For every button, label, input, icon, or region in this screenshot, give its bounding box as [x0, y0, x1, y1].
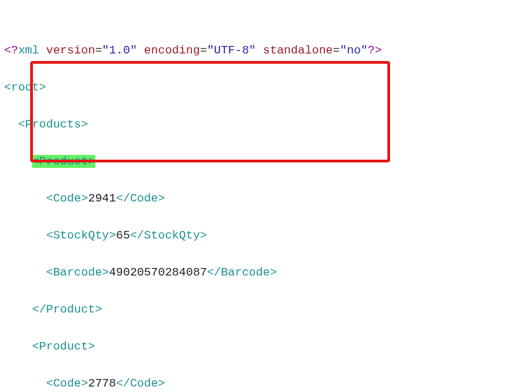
attr-value: "UTF-8"	[207, 44, 256, 57]
stockqty-line: <StockQty>65</StockQty>	[4, 226, 528, 245]
products-open-line: <Products>	[4, 115, 528, 134]
stockqty-value: 65	[116, 229, 130, 242]
code-line: <Code>2941</Code>	[4, 189, 528, 208]
product-open-tag-highlighted: <Product>	[32, 155, 95, 168]
pi-open: <?	[4, 44, 18, 57]
product-open-line: <Product>	[4, 152, 528, 171]
code-value: 2941	[88, 192, 116, 205]
code-close-tag: </Code>	[116, 377, 165, 390]
stockqty-open-tag: <StockQty>	[46, 229, 116, 242]
barcode-value: 49020570284087	[109, 266, 207, 279]
pi-close: ?>	[368, 44, 382, 57]
product-open-tag: <Product>	[32, 340, 95, 353]
products-open-tag: <Products>	[18, 118, 88, 131]
stockqty-close-tag: </StockQty>	[130, 229, 207, 242]
code-close-tag: </Code>	[116, 192, 165, 205]
product-close-tag: </Product>	[32, 303, 102, 316]
attr-name: standalone	[263, 44, 333, 57]
barcode-open-tag: <Barcode>	[46, 266, 109, 279]
xml-code-block: <?xml version="1.0" encoding="UTF-8" sta…	[4, 4, 528, 392]
code-line: <Code>2778</Code>	[4, 374, 528, 392]
code-open-tag: <Code>	[46, 377, 88, 390]
barcode-close-tag: </Barcode>	[207, 266, 277, 279]
root-open-tag: <root>	[4, 81, 46, 94]
code-value: 2778	[88, 377, 116, 390]
attr-value: "no"	[340, 44, 368, 57]
barcode-line: <Barcode>49020570284087</Barcode>	[4, 263, 528, 282]
attr-name: encoding	[144, 44, 200, 57]
xml-declaration-line: <?xml version="1.0" encoding="UTF-8" sta…	[4, 41, 528, 60]
attr-name: version	[46, 44, 95, 57]
root-open-line: <root>	[4, 78, 528, 97]
pi-name: xml	[18, 44, 39, 57]
attr-value: "1.0"	[102, 44, 137, 57]
product-close-line: </Product>	[4, 300, 528, 319]
highlight-rectangle	[30, 61, 390, 162]
product-open-line: <Product>	[4, 337, 528, 356]
code-open-tag: <Code>	[46, 192, 88, 205]
